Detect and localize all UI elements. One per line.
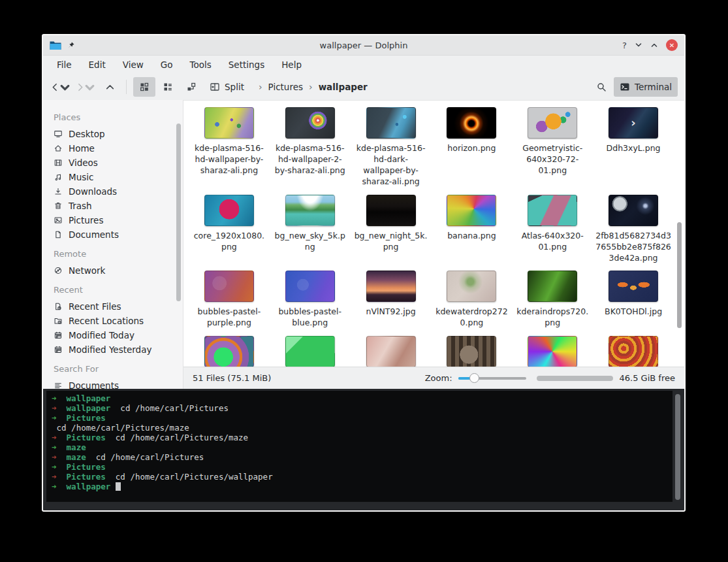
section-recent: Recent [54,285,183,295]
file-thumbnail [204,271,254,302]
sidebar-item-modified-yesterday[interactable]: Modified Yesterday [54,342,183,357]
terminal[interactable]: ➜ wallpaper ➜ wallpaper cd /home/carl/Pi… [46,391,673,502]
sidebar-item-label: Desktop [69,129,105,139]
maximize-button[interactable] [650,41,658,49]
text-lines-icon [54,381,63,389]
file-name: kde-plasma-516-hd-dark-wallpaper-by-shar… [353,143,429,188]
file-item[interactable] [270,333,351,367]
sidebar-item-videos[interactable]: Videos [54,156,183,170]
breadcrumb-wallpaper[interactable]: wallpaper [319,82,368,92]
terminal-panel: ➜ wallpaper ➜ wallpaper cd /home/carl/Pi… [43,389,684,510]
sidebar-scrollbar[interactable] [176,124,181,301]
terminal-scrollbar[interactable] [675,394,680,500]
prompt-directory: Pictures [67,462,106,472]
file-item[interactable]: kde-plasma-516-hd-dark-wallpaper-by-shar… [351,104,432,188]
file-thumbnail [447,195,496,226]
file-item[interactable] [432,333,513,367]
sidebar-item-music[interactable]: Music [54,170,183,184]
sidebar-item-desktop[interactable]: Desktop [54,127,183,141]
file-item[interactable]: bg_new_night_5k.png [351,191,432,263]
file-item[interactable]: horizon.png [432,104,513,188]
zoom-label: Zoom: [425,373,452,383]
file-thumbnail [609,336,658,367]
split-icon [210,82,220,92]
file-thumbnail [204,195,254,226]
menu-item[interactable]: Edit [80,59,114,70]
details-view-button[interactable] [157,77,179,97]
sidebar-item-search-documents[interactable]: Documents [54,378,183,389]
folder-clock-icon [54,316,63,325]
file-view-scrollbar[interactable] [677,222,682,328]
menu-item[interactable]: Settings [220,59,273,70]
file-name: 2fb81d5682734d37655bb2e875f8263de42a.png [595,231,671,264]
file-item[interactable]: kde-plasma-516-hd-wallpaper-2-by-sharaz-… [270,104,351,188]
up-button[interactable] [104,82,116,93]
file-thumbnail [609,271,658,302]
sidebar-item-trash[interactable]: Trash [54,199,183,213]
split-button[interactable]: Split [204,77,250,97]
sidebar-item-documents[interactable]: Documents [54,227,183,242]
menu-item[interactable]: File [48,59,80,70]
file-name: Ddh3xyL.png [607,143,661,154]
file-item[interactable]: bubbles-pastel-purple.png [189,267,270,329]
sidebar-item-recent-files[interactable]: Recent Files [54,299,183,314]
file-item[interactable] [189,333,270,367]
prompt-directory: Pictures [67,472,106,482]
sidebar-item-downloads[interactable]: Downloads [54,184,183,199]
zoom-slider[interactable] [458,373,526,384]
file-item[interactable]: Atlas-640x320-01.png [512,191,593,263]
help-button[interactable]: ? [622,41,627,50]
file-item[interactable]: kde-plasma-516-hd-wallpaper-by-sharaz-al… [189,104,270,188]
tree-view-button[interactable] [180,77,202,97]
file-thumbnail [366,271,416,302]
terminal-toggle-button[interactable]: Terminal [614,77,678,97]
forward-button[interactable] [74,82,95,93]
sidebar-item-network[interactable]: Network [54,263,183,278]
file-view[interactable]: kde-plasma-516-hd-wallpaper-by-sharaz-al… [183,100,684,367]
menu-item[interactable]: Tools [182,59,220,70]
file-item[interactable]: nVlNT92.jpg [351,267,432,329]
download-icon [54,187,63,196]
sidebar-item-home[interactable]: Home [54,141,183,156]
sidebar-item-label: Recent Locations [69,316,144,326]
sidebar-item-recent-locations[interactable]: Recent Locations [54,314,183,328]
breadcrumb-pictures[interactable]: Pictures [268,82,303,92]
sidebar-item-pictures[interactable]: Pictures [54,213,183,227]
statusbar: 51 Files (75.1 MiB) Zoom: 46.5 GiB free [183,367,684,389]
file-item[interactable]: Geometryistic-640x320-72-01.png [512,104,593,188]
search-button[interactable] [596,82,607,93]
zoom-slider-handle[interactable] [469,373,479,383]
file-item[interactable]: BK0TOHDl.jpg [593,267,674,329]
sidebar-item-label: Modified Yesterday [69,344,151,355]
file-item[interactable]: core_1920x1080.png [189,191,270,263]
titlebar[interactable]: wallpaper — Dolphin ? ✕ [43,35,684,56]
file-item[interactable]: banana.png [432,191,513,263]
file-item[interactable]: 2fb81d5682734d37655bb2e875f8263de42a.png [593,191,674,263]
network-globe-icon [54,266,63,275]
icons-view-button[interactable] [133,77,155,97]
file-item[interactable]: bubbles-pastel-blue.png [270,267,351,329]
menu-item[interactable]: Go [152,59,182,70]
file-item[interactable] [593,333,674,367]
minimize-button[interactable] [635,41,642,49]
file-clock-icon [54,302,63,311]
menu-item[interactable]: View [114,59,152,70]
file-name: bubbles-pastel-purple.png [191,306,267,329]
file-item[interactable] [351,333,432,367]
document-icon [54,230,63,239]
file-name: bg_new_sky_5k.png [272,231,348,253]
sidebar-item-label: Recent Files [69,301,121,312]
pin-icon[interactable] [67,41,75,50]
back-button[interactable] [50,82,71,93]
file-item[interactable]: › Ddh3xyL.png [593,104,674,188]
file-item[interactable] [512,333,593,367]
file-item[interactable]: bg_new_sky_5k.png [270,191,351,263]
file-thumbnail [447,107,496,139]
file-item[interactable]: kdewaterdrop2720.png [432,267,513,329]
close-button[interactable]: ✕ [666,39,678,51]
menu-item[interactable]: Help [273,59,310,70]
terminal-icon [620,82,630,92]
file-item[interactable]: kderaindrops720.png [512,267,593,329]
trash-icon [54,201,63,210]
sidebar-item-modified-today[interactable]: Modified Today [54,328,183,342]
